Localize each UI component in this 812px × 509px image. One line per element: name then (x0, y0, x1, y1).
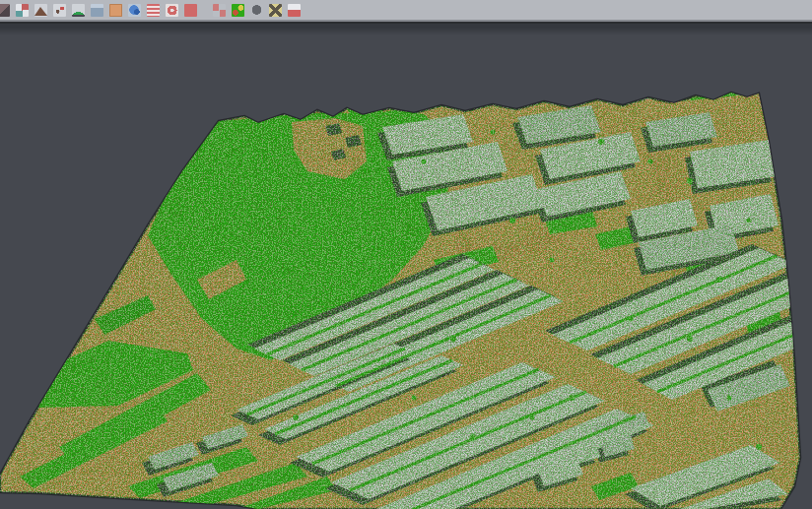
marker-cross-icon-glyph (269, 4, 282, 17)
histogram-column-icon-glyph (91, 4, 103, 17)
red-ring-icon-glyph (166, 4, 178, 17)
checker-tiles-icon[interactable] (211, 1, 228, 19)
pointcloud-scene (0, 24, 812, 509)
terrain-mountain-icon[interactable] (33, 1, 49, 19)
viewport-3d[interactable] (0, 24, 812, 509)
classification-map-icon[interactable] (230, 1, 246, 19)
red-layers-icon-glyph (147, 4, 160, 17)
main-toolbar (0, 0, 812, 22)
edit-points-icon[interactable] (0, 1, 12, 19)
globe-icon[interactable] (126, 1, 143, 19)
dark-sphere-icon-glyph (250, 4, 263, 17)
dark-sphere-icon[interactable] (248, 1, 265, 19)
toolbar-separator (201, 1, 209, 19)
red-ring-icon[interactable] (164, 1, 180, 19)
classify-points-icon-glyph (16, 4, 29, 17)
fit-extent-brackets-icon[interactable] (182, 1, 199, 19)
scatter-points-icon-glyph (53, 4, 66, 17)
globe-icon-glyph (128, 4, 141, 17)
pointcloud-noise-light (0, 83, 812, 509)
classify-points-icon[interactable] (14, 1, 31, 19)
orthophoto-icon[interactable] (107, 1, 124, 19)
classification-map-icon-glyph (232, 4, 244, 17)
red-white-layers-icon-glyph (288, 4, 301, 17)
edit-points-icon-glyph (0, 4, 10, 17)
fit-extent-brackets-icon-glyph (184, 4, 197, 17)
orthophoto-icon-glyph (109, 4, 122, 17)
histogram-column-icon[interactable] (89, 1, 105, 19)
marker-cross-icon[interactable] (267, 1, 284, 19)
red-layers-icon[interactable] (145, 1, 162, 19)
terrain-mountain-icon-glyph (34, 4, 47, 17)
app-window (0, 0, 812, 509)
red-white-layers-icon[interactable] (286, 1, 303, 19)
dem-hill-icon[interactable] (70, 1, 87, 19)
dem-hill-icon-glyph (72, 4, 85, 17)
checker-tiles-icon-glyph (213, 4, 226, 17)
scatter-points-icon[interactable] (51, 1, 68, 19)
